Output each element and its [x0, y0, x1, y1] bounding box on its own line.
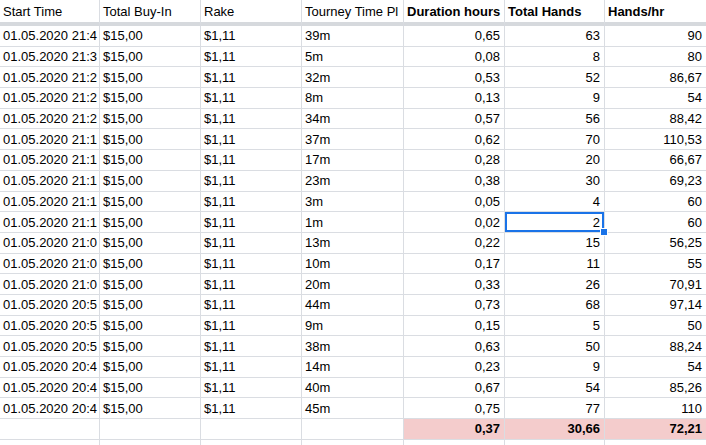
cell[interactable]: 01.05.2020 21:0 — [0, 254, 100, 275]
cell[interactable]: 01.05.2020 21:0 — [0, 233, 100, 254]
cell[interactable]: $1,11 — [201, 192, 302, 213]
cell[interactable]: 01.05.2020 20:4 — [0, 357, 100, 378]
cell[interactable]: $15,00 — [100, 26, 201, 47]
cell[interactable]: $15,00 — [100, 336, 201, 357]
cell[interactable]: 66,67 — [605, 150, 706, 171]
cell[interactable]: 77 — [505, 398, 605, 419]
cell[interactable]: 32m — [302, 67, 404, 88]
cell[interactable]: 0,67 — [404, 378, 505, 399]
cell[interactable]: 01.05.2020 21:2 — [0, 109, 100, 130]
column-header-hands-per-hr[interactable]: Hands/hr — [605, 0, 706, 26]
cell[interactable]: $1,11 — [201, 129, 302, 150]
cell[interactable]: 14m — [302, 357, 404, 378]
cell[interactable]: 01.05.2020 21:2 — [0, 88, 100, 109]
cell[interactable]: 55 — [605, 254, 706, 275]
column-header-start-time[interactable]: Start Time — [0, 0, 100, 26]
cell[interactable]: 0,38 — [404, 171, 505, 192]
cell[interactable]: 0,15 — [404, 316, 505, 337]
cell[interactable]: 01.05.2020 20:5 — [0, 336, 100, 357]
cell[interactable]: 0,53 — [404, 67, 505, 88]
cell[interactable]: 20m — [302, 274, 404, 295]
cell[interactable]: $1,11 — [201, 336, 302, 357]
cell[interactable]: 30 — [505, 171, 605, 192]
cell[interactable]: $1,11 — [201, 47, 302, 68]
cell[interactable]: 11 — [505, 254, 605, 275]
cell[interactable]: 0,65 — [404, 26, 505, 47]
cell[interactable]: 54 — [505, 378, 605, 399]
cell[interactable]: 40m — [302, 378, 404, 399]
cell[interactable]: 01.05.2020 21:4 — [0, 26, 100, 47]
cell[interactable]: $15,00 — [100, 398, 201, 419]
cell[interactable]: 0,33 — [404, 274, 505, 295]
cell[interactable]: $15,00 — [100, 88, 201, 109]
cell[interactable]: 45m — [302, 398, 404, 419]
cell[interactable]: $15,00 — [100, 47, 201, 68]
cell[interactable]: 50 — [505, 336, 605, 357]
cell[interactable]: 0,28 — [404, 150, 505, 171]
cell[interactable]: 01.05.2020 21:1 — [0, 129, 100, 150]
cell[interactable]: 0,63 — [404, 336, 505, 357]
cell[interactable]: $15,00 — [100, 357, 201, 378]
cell[interactable]: 38m — [302, 336, 404, 357]
cell[interactable] — [0, 419, 100, 440]
cell[interactable]: $15,00 — [100, 274, 201, 295]
cell[interactable]: 60 — [605, 212, 706, 233]
cell[interactable]: 01.05.2020 20:5 — [0, 295, 100, 316]
cell[interactable]: 37m — [302, 129, 404, 150]
cell[interactable] — [201, 419, 302, 440]
cell[interactable]: 01.05.2020 21:1 — [0, 192, 100, 213]
cell[interactable]: $15,00 — [100, 192, 201, 213]
cell[interactable]: 5 — [505, 316, 605, 337]
cell[interactable]: 9m — [302, 316, 404, 337]
cell[interactable]: $1,11 — [201, 254, 302, 275]
cell[interactable] — [100, 419, 201, 440]
column-header-rake[interactable]: Rake — [201, 0, 302, 26]
cell[interactable]: $1,11 — [201, 295, 302, 316]
total-hands[interactable]: 30,66 — [505, 419, 605, 440]
cell[interactable]: $15,00 — [100, 129, 201, 150]
cell[interactable]: $1,11 — [201, 26, 302, 47]
cell[interactable]: 0,75 — [404, 398, 505, 419]
cell[interactable]: 9 — [505, 88, 605, 109]
cell[interactable]: 97,14 — [605, 295, 706, 316]
cell[interactable]: $1,11 — [201, 150, 302, 171]
cell[interactable]: $15,00 — [100, 378, 201, 399]
cell[interactable]: $1,11 — [201, 274, 302, 295]
cell[interactable]: 01.05.2020 20:4 — [0, 398, 100, 419]
cell[interactable]: $1,11 — [201, 88, 302, 109]
cell[interactable]: 01.05.2020 21:1 — [0, 212, 100, 233]
cell[interactable] — [302, 419, 404, 440]
cell[interactable]: 0,05 — [404, 192, 505, 213]
cell[interactable]: 8m — [302, 88, 404, 109]
cell[interactable]: 15 — [505, 233, 605, 254]
cell[interactable]: 56 — [505, 109, 605, 130]
cell[interactable]: 0,73 — [404, 295, 505, 316]
cell[interactable]: 0,02 — [404, 212, 505, 233]
cell[interactable]: 0,22 — [404, 233, 505, 254]
cell[interactable]: $15,00 — [100, 67, 201, 88]
cell[interactable]: 110,53 — [605, 129, 706, 150]
cell[interactable]: 90 — [605, 26, 706, 47]
cell[interactable]: $1,11 — [201, 109, 302, 130]
cell[interactable]: 86,67 — [605, 67, 706, 88]
cell[interactable]: $1,11 — [201, 233, 302, 254]
cell[interactable]: 8 — [505, 47, 605, 68]
cell[interactable]: $15,00 — [100, 109, 201, 130]
cell[interactable]: 20 — [505, 150, 605, 171]
cell[interactable]: 0,13 — [404, 88, 505, 109]
cell[interactable]: 85,26 — [605, 378, 706, 399]
cell[interactable]: 01.05.2020 21:1 — [0, 171, 100, 192]
cell[interactable]: 54 — [605, 357, 706, 378]
cell[interactable]: 17m — [302, 150, 404, 171]
cell[interactable]: $1,11 — [201, 171, 302, 192]
cell[interactable]: 39m — [302, 26, 404, 47]
cell[interactable]: 110 — [605, 398, 706, 419]
cell[interactable]: 34m — [302, 109, 404, 130]
column-header-duration-hours[interactable]: Duration hours — [404, 0, 505, 26]
cell[interactable]: 70,91 — [605, 274, 706, 295]
cell[interactable]: 01.05.2020 20:5 — [0, 316, 100, 337]
cell[interactable]: 0,08 — [404, 47, 505, 68]
cell[interactable]: $15,00 — [100, 150, 201, 171]
cell[interactable]: 13m — [302, 233, 404, 254]
cell[interactable]: 01.05.2020 20:4 — [0, 378, 100, 399]
